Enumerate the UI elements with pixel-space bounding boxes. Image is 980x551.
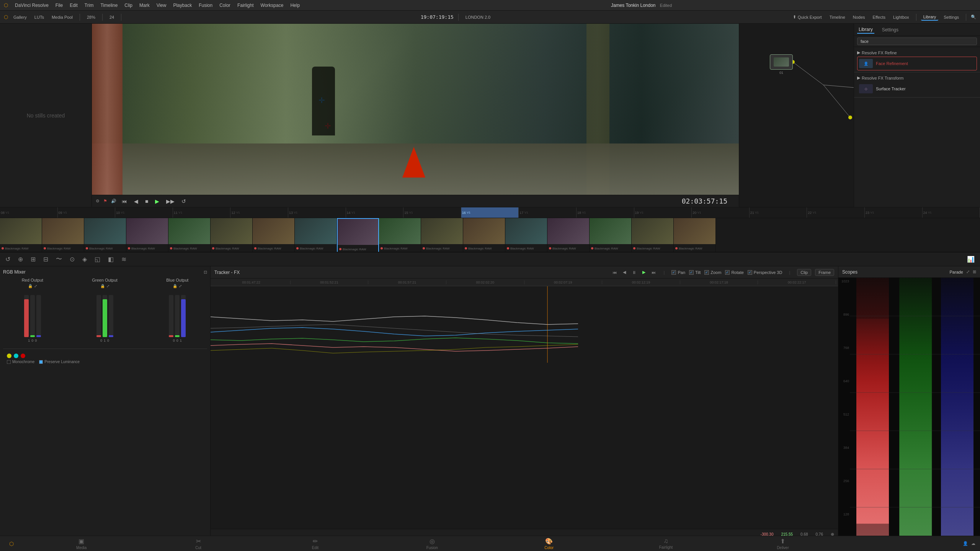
- menu-view[interactable]: View: [157, 3, 167, 8]
- lightbox-btn[interactable]: Lightbox: [891, 14, 911, 20]
- settings-tab[interactable]: Settings: [941, 14, 961, 20]
- menu-davinci[interactable]: DaVinci Resolve: [15, 3, 49, 8]
- next-frame-btn[interactable]: ▶▶: [165, 197, 176, 205]
- effects-btn[interactable]: Effects: [871, 14, 888, 20]
- scope-options-btn[interactable]: ⊞: [973, 269, 976, 274]
- clip-thumb-12[interactable]: Blackmagic RAW: [168, 218, 211, 253]
- search-input[interactable]: [857, 37, 977, 45]
- rotate-checkbox[interactable]: [725, 270, 730, 275]
- tracker-play[interactable]: ▶: [642, 270, 645, 275]
- clip-thumb-08[interactable]: Blackmagic RAW: [0, 218, 42, 253]
- add-node-btn[interactable]: ⊕: [16, 255, 24, 264]
- nav-cut[interactable]: ✂ Cut: [140, 536, 256, 551]
- go-start-btn[interactable]: ⏮: [120, 197, 129, 205]
- menu-edit[interactable]: Edit: [70, 3, 78, 8]
- lib-item-face-refinement[interactable]: 👤 Face Refinement: [857, 57, 977, 70]
- clip-marker-08[interactable]: 08 V1: [0, 207, 58, 218]
- nav-deliver[interactable]: ⬆ Deliver: [724, 536, 841, 551]
- menu-help[interactable]: Help: [290, 3, 300, 8]
- monochrome-option[interactable]: Monochrome: [7, 360, 34, 364]
- clip-thumb-22[interactable]: Blackmagic RAW: [590, 218, 632, 253]
- audio-icon[interactable]: 🔊: [111, 199, 116, 204]
- clip-thumb-19[interactable]: Blackmagic RAW: [463, 218, 505, 253]
- flag-icon[interactable]: ⚑: [103, 199, 107, 204]
- menu-mark[interactable]: Mark: [139, 3, 150, 8]
- zoom-checkbox[interactable]: [704, 270, 709, 275]
- menu-trim[interactable]: Trim: [85, 3, 94, 8]
- menu-playback[interactable]: Playback: [173, 3, 192, 8]
- menu-timeline[interactable]: Timeline: [100, 3, 118, 8]
- motion-effects-btn[interactable]: ≋: [120, 255, 128, 264]
- clip-thumb-16[interactable]: Blackmagic RAW: [337, 218, 379, 253]
- clip-marker-10[interactable]: 10 V1: [115, 207, 173, 218]
- qualifier-btn[interactable]: ◈: [81, 255, 88, 264]
- perspective3d-check[interactable]: Perspective 3D: [748, 270, 782, 275]
- rgb-mixer-expand[interactable]: ⊡: [204, 270, 207, 275]
- clip-marker-12[interactable]: 12 V1: [230, 207, 288, 218]
- yellow-dot[interactable]: [7, 354, 11, 358]
- menu-workspace[interactable]: Workspace: [261, 3, 284, 8]
- clip-marker-23[interactable]: 23 V1: [865, 207, 923, 218]
- clip-marker-16[interactable]: 16 V1: [461, 207, 519, 218]
- tracker-play-back[interactable]: ◀: [623, 270, 626, 275]
- timeline-btn[interactable]: Timeline: [827, 14, 848, 20]
- clip-marker-13[interactable]: 13 V1: [288, 207, 346, 218]
- zoom-check[interactable]: Zoom: [704, 270, 721, 275]
- clip-thumb-09[interactable]: Blackmagic RAW: [42, 218, 84, 253]
- loop-btn[interactable]: ↺: [180, 197, 188, 205]
- tracker-pause[interactable]: ⏸: [632, 270, 636, 275]
- nav-color[interactable]: 🎨 Color: [491, 536, 608, 551]
- clip-thumb-18[interactable]: Blackmagic RAW: [421, 218, 463, 253]
- clip-name[interactable]: LONDON 2.0: [463, 14, 493, 20]
- reset-btn[interactable]: ↺: [4, 255, 12, 264]
- tracker-go-end[interactable]: ⏭: [652, 270, 656, 275]
- clip-marker-19[interactable]: 19 V1: [634, 207, 692, 218]
- nodes-btn[interactable]: Nodes: [851, 14, 867, 20]
- menu-color[interactable]: Color: [219, 3, 230, 8]
- cyan-dot[interactable]: [14, 354, 18, 358]
- clip-marker-09[interactable]: 09 V1: [58, 207, 116, 218]
- search-icon[interactable]: 🔍: [971, 15, 976, 20]
- curve-btn[interactable]: 〜: [54, 254, 64, 264]
- pan-checkbox[interactable]: [671, 270, 676, 275]
- clip-marker-18[interactable]: 18 V1: [577, 207, 634, 218]
- clip-marker-21[interactable]: 21 V1: [750, 207, 807, 218]
- scope-expand-btn[interactable]: ⤢: [966, 269, 970, 274]
- clip-thumb-21[interactable]: Blackmagic RAW: [547, 218, 590, 253]
- user-icon[interactable]: 👤: [963, 541, 968, 546]
- clip-marker-22[interactable]: 22 V1: [807, 207, 865, 218]
- node-01[interactable]: 01: [770, 54, 793, 70]
- clip-thumb-11[interactable]: Blackmagic RAW: [126, 218, 168, 253]
- gallery-btn[interactable]: Gallery: [11, 14, 29, 20]
- red-dot[interactable]: [21, 354, 25, 358]
- zoom-display[interactable]: 28%: [85, 14, 98, 20]
- clip-thumb-17[interactable]: Blackmagic RAW: [379, 218, 421, 253]
- tilt-check[interactable]: Tilt: [689, 270, 701, 275]
- clip-marker-24[interactable]: 24 V1: [923, 207, 980, 218]
- menu-clip[interactable]: Clip: [124, 3, 132, 8]
- tracker-tool-btn[interactable]: ⊙: [68, 255, 76, 264]
- frame-btn[interactable]: Frame: [815, 269, 834, 276]
- quick-export-btn[interactable]: ⬆ Quick Export: [791, 14, 824, 20]
- nav-fairlight[interactable]: ♫ Fairlight: [608, 536, 724, 551]
- clip-thumb-13[interactable]: Blackmagic RAW: [211, 218, 253, 253]
- menu-fusion[interactable]: Fusion: [199, 3, 212, 8]
- composite-btn[interactable]: ◧: [106, 255, 115, 264]
- clip-marker-14[interactable]: 14 V1: [346, 207, 404, 218]
- nav-edit[interactable]: ✏ Edit: [257, 536, 374, 551]
- cloud-icon[interactable]: ☁: [971, 541, 975, 546]
- tracker-go-start[interactable]: ⏮: [612, 270, 617, 275]
- node-parallel-btn[interactable]: ⊟: [42, 255, 50, 264]
- media-pool-btn[interactable]: Media Pool: [49, 14, 75, 20]
- lib-item-surface-tracker[interactable]: ⊹ Surface Tracker: [857, 82, 977, 96]
- menu-file[interactable]: File: [56, 3, 63, 8]
- clip-thumb-15[interactable]: Blackmagic RAW: [295, 218, 337, 253]
- nav-media[interactable]: ▣ Media: [23, 536, 140, 551]
- clip-thumb-10[interactable]: Blackmagic RAW: [84, 218, 126, 253]
- tab-library[interactable]: Library: [857, 26, 874, 34]
- preserve-luminance-check[interactable]: [39, 360, 43, 364]
- tilt-checkbox[interactable]: [689, 270, 694, 275]
- prev-frame-btn[interactable]: ◀: [132, 197, 140, 205]
- node-serial-btn[interactable]: ⊞: [29, 255, 37, 264]
- pan-check[interactable]: Pan: [671, 270, 685, 275]
